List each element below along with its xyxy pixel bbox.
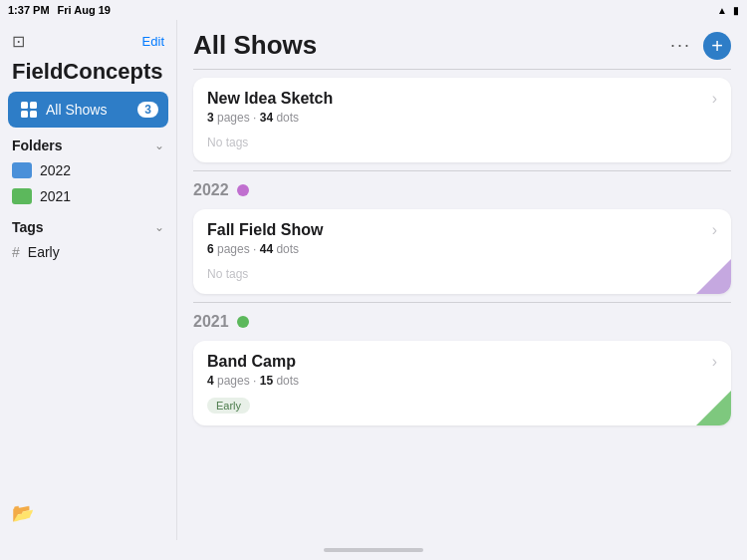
wifi-icon: ▲ bbox=[717, 5, 727, 16]
dots-count: 34 bbox=[260, 111, 273, 125]
folder-icon-2022 bbox=[12, 162, 32, 178]
status-bar: 1:37 PM Fri Aug 19 ▲ ▮ bbox=[0, 0, 747, 20]
more-options-icon[interactable]: ··· bbox=[670, 35, 691, 56]
show-title-band-camp: Band Camp bbox=[207, 353, 296, 371]
status-date: Fri Aug 19 bbox=[58, 4, 111, 16]
no-tags-label: No tags bbox=[207, 136, 248, 149]
show-title-new-idea-sketch: New Idea Sketch bbox=[207, 90, 333, 108]
svg-rect-1 bbox=[30, 102, 37, 109]
show-card-band-camp[interactable]: Band Camp › 4 pages · 15 dots Early bbox=[193, 341, 731, 425]
tags-chevron-icon: ⌄ bbox=[154, 220, 164, 234]
app-container: ⊡ Edit FieldConcepts All Shows 3 Folders… bbox=[0, 20, 747, 540]
sidebar-header-icons: ⊡ bbox=[12, 32, 25, 51]
main-header: All Shows ··· + bbox=[177, 20, 747, 69]
open-folder-icon[interactable]: 📂 bbox=[12, 503, 34, 523]
status-time: 1:37 PM bbox=[8, 4, 50, 16]
status-bar-right: ▲ ▮ bbox=[717, 5, 739, 16]
pages-count-band: 4 bbox=[207, 374, 214, 388]
year-section-2022: 2022 bbox=[177, 171, 747, 201]
folders-section-header[interactable]: Folders ⌄ bbox=[0, 128, 176, 157]
all-shows-label: All Shows bbox=[46, 102, 137, 118]
year-label-2022: 2022 bbox=[193, 181, 229, 199]
show-card-header: New Idea Sketch › bbox=[207, 90, 717, 108]
show-card-chevron-band-icon: › bbox=[712, 353, 717, 371]
folder-label-2022: 2022 bbox=[40, 162, 71, 178]
dots-count-fall: 44 bbox=[260, 242, 273, 256]
tag-hash-icon: # bbox=[12, 244, 20, 260]
show-card-tags-band: Early bbox=[207, 396, 717, 414]
main-divider bbox=[193, 69, 731, 70]
year-label-2021: 2021 bbox=[193, 313, 229, 331]
main-page-title: All Shows bbox=[193, 30, 317, 61]
show-card-meta-band: 4 pages · 15 dots bbox=[207, 374, 717, 388]
show-card-fall-field-show[interactable]: Fall Field Show › 6 pages · 44 dots No t… bbox=[193, 209, 731, 294]
corner-accent-purple-shape bbox=[696, 259, 731, 294]
main-header-actions: ··· + bbox=[670, 32, 731, 60]
tags-section-title: Tags bbox=[12, 219, 44, 235]
sidebar-header: ⊡ Edit bbox=[0, 28, 176, 53]
show-card-header-band: Band Camp › bbox=[207, 353, 717, 371]
show-card-tags: No tags bbox=[207, 133, 717, 150]
folders-section-title: Folders bbox=[12, 138, 63, 153]
corner-accent-fall bbox=[696, 259, 731, 294]
pages-count: 3 bbox=[207, 111, 214, 125]
sidebar-collapse-icon[interactable]: ⊡ bbox=[12, 32, 25, 51]
svg-rect-2 bbox=[21, 111, 28, 118]
home-indicator bbox=[0, 540, 747, 560]
svg-rect-3 bbox=[30, 111, 37, 118]
tag-label-early: Early bbox=[28, 244, 60, 260]
battery-icon: ▮ bbox=[733, 5, 739, 16]
pages-count-fall: 6 bbox=[207, 242, 214, 256]
all-shows-badge: 3 bbox=[137, 102, 158, 118]
year-dot-2021 bbox=[237, 316, 249, 328]
folder-icon-2021 bbox=[12, 188, 32, 204]
dots-count-band: 15 bbox=[260, 374, 273, 388]
no-tags-label-fall: No tags bbox=[207, 267, 248, 281]
year-section-2021: 2021 bbox=[177, 303, 747, 333]
show-title-fall-field-show: Fall Field Show bbox=[207, 221, 323, 239]
show-card-meta-new-idea-sketch: 3 pages · 34 dots bbox=[207, 111, 717, 125]
show-card-meta-fall: 6 pages · 44 dots bbox=[207, 242, 717, 256]
nav-item-all-shows[interactable]: All Shows 3 bbox=[8, 92, 168, 128]
tags-section-header[interactable]: Tags ⌄ bbox=[0, 209, 176, 239]
folders-chevron-icon: ⌄ bbox=[154, 139, 164, 152]
corner-accent-band bbox=[696, 391, 731, 425]
show-card-chevron-icon: › bbox=[712, 90, 717, 108]
show-card-new-idea-sketch[interactable]: New Idea Sketch › 3 pages · 34 dots No t… bbox=[193, 78, 731, 162]
edit-button[interactable]: Edit bbox=[142, 34, 164, 49]
svg-rect-0 bbox=[21, 102, 28, 109]
show-card-tags-fall: No tags bbox=[207, 264, 717, 282]
show-card-header-fall: Fall Field Show › bbox=[207, 221, 717, 239]
all-shows-icon bbox=[18, 99, 40, 121]
tag-badge-early: Early bbox=[207, 398, 250, 414]
sidebar-bottom: 📂 bbox=[0, 494, 176, 532]
app-title: FieldConcepts bbox=[0, 53, 176, 92]
folder-label-2021: 2021 bbox=[40, 188, 71, 204]
sidebar: ⊡ Edit FieldConcepts All Shows 3 Folders… bbox=[0, 20, 177, 540]
show-card-chevron-fall-icon: › bbox=[712, 221, 717, 239]
main-content: All Shows ··· + New Idea Sketch › 3 page… bbox=[177, 20, 747, 540]
folder-item-2021[interactable]: 2021 bbox=[0, 183, 176, 209]
status-bar-left: 1:37 PM Fri Aug 19 bbox=[8, 4, 111, 16]
corner-accent-green-shape bbox=[696, 391, 731, 425]
home-bar bbox=[324, 548, 423, 552]
add-show-button[interactable]: + bbox=[703, 32, 731, 60]
tag-item-early[interactable]: # Early bbox=[0, 239, 176, 265]
year-dot-2022 bbox=[237, 184, 249, 196]
folder-item-2022[interactable]: 2022 bbox=[0, 157, 176, 183]
